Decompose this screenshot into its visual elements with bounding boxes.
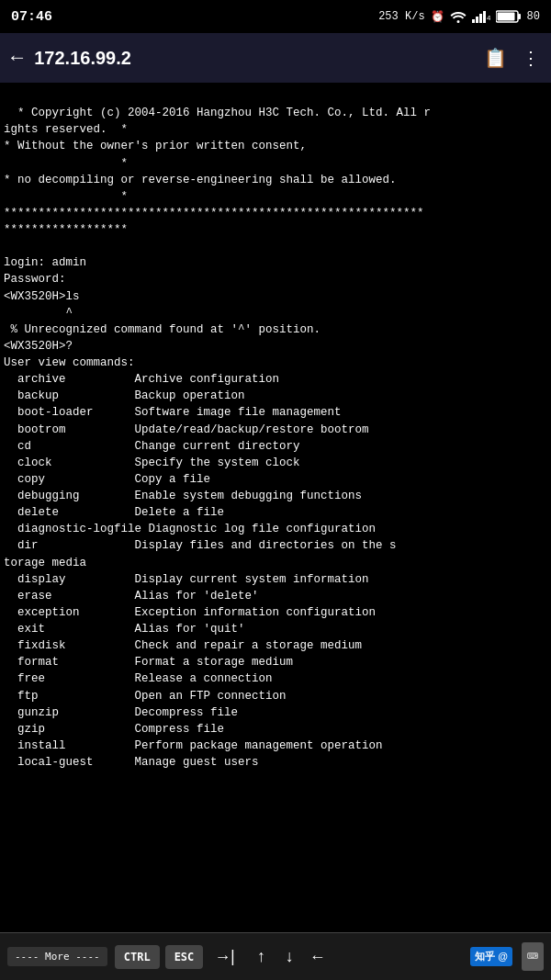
esc-button[interactable]: ESC bbox=[165, 945, 204, 969]
svg-rect-1 bbox=[476, 17, 478, 23]
tab-button[interactable]: →| bbox=[212, 944, 243, 970]
ctrl-button[interactable]: CTRL bbox=[115, 945, 160, 969]
network-speed: 253 K/s bbox=[378, 10, 424, 23]
wifi-icon bbox=[450, 10, 467, 23]
battery-level: 80 bbox=[527, 10, 540, 23]
svg-rect-0 bbox=[472, 19, 475, 23]
bottom-bar: ---- More ---- CTRL ESC →| ↑ ↓ ← 知乎 @ ⌨ bbox=[0, 932, 551, 980]
down-button[interactable]: ↓ bbox=[279, 944, 300, 970]
status-bar: 07:46 253 K/s ⏰ 4G bbox=[0, 0, 551, 33]
zhihu-button[interactable]: 知乎 @ bbox=[470, 947, 512, 966]
back-button[interactable]: ← bbox=[11, 47, 23, 70]
connection-title: 172.16.99.2 bbox=[34, 48, 473, 69]
up-button[interactable]: ↑ bbox=[251, 944, 272, 970]
at-symbol: @ bbox=[498, 951, 508, 962]
clipboard-icon[interactable]: 📋 bbox=[484, 47, 507, 70]
signal-icon: 4G bbox=[472, 10, 490, 23]
title-bar: ← 172.16.99.2 📋 ⋮ bbox=[0, 33, 551, 83]
keyboard-icon[interactable]: ⌨ bbox=[522, 942, 544, 971]
battery-icon bbox=[496, 10, 522, 23]
time-display: 07:46 bbox=[11, 9, 52, 25]
status-right: 253 K/s ⏰ 4G bbox=[378, 10, 540, 24]
terminal-output: * Copyright (c) 2004-2016 Hangzhou H3C T… bbox=[0, 83, 551, 932]
svg-rect-6 bbox=[518, 14, 521, 19]
clock-icon: ⏰ bbox=[431, 10, 444, 24]
svg-rect-3 bbox=[483, 11, 486, 23]
svg-rect-2 bbox=[479, 14, 482, 23]
terminal-text: * Copyright (c) 2004-2016 Hangzhou H3C T… bbox=[4, 107, 431, 769]
more-button[interactable]: ---- More ---- bbox=[7, 947, 107, 966]
right-icons: 知乎 @ ⌨ bbox=[470, 942, 544, 971]
svg-rect-7 bbox=[497, 13, 514, 21]
svg-text:4G: 4G bbox=[487, 14, 490, 22]
nav-buttons: →| ↑ ↓ ← bbox=[212, 944, 470, 970]
menu-icon[interactable]: ⋮ bbox=[522, 47, 540, 70]
left-button[interactable]: ← bbox=[308, 944, 329, 970]
title-bar-icons: 📋 ⋮ bbox=[484, 47, 540, 70]
